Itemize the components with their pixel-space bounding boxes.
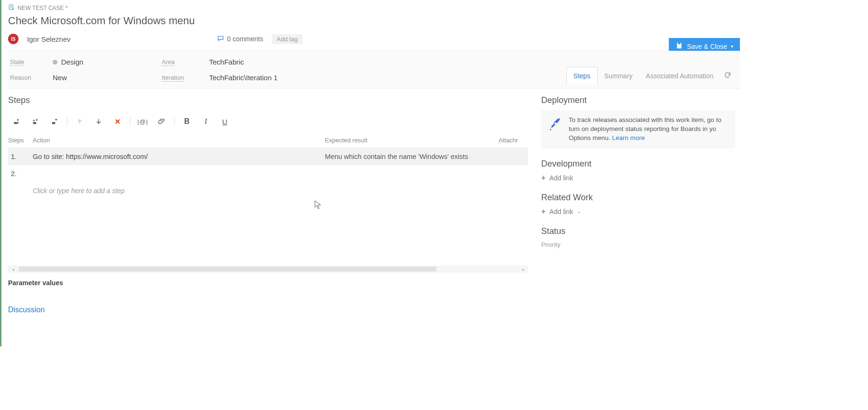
state-label: State [10, 58, 24, 66]
breadcrumb-label: NEW TEST CASE * [18, 5, 68, 11]
discussion-heading[interactable]: Discussion [8, 306, 528, 314]
avatar[interactable]: IS [8, 34, 18, 44]
deployment-heading: Deployment [541, 95, 735, 105]
horizontal-scrollbar[interactable]: ◂ ▸ [8, 266, 528, 272]
cursor-icon [314, 200, 321, 211]
insert-shared-step-icon[interactable] [29, 115, 42, 128]
status-heading: Status [541, 226, 735, 236]
create-shared-steps-icon[interactable] [48, 115, 61, 128]
learn-more-link[interactable]: Learn more [612, 134, 645, 141]
refresh-icon[interactable] [720, 67, 735, 84]
col-action: Action [33, 137, 325, 144]
tab-steps[interactable]: Steps [566, 67, 598, 84]
save-icon [675, 42, 683, 51]
plus-icon: + [541, 207, 545, 216]
bold-icon[interactable]: B [180, 115, 194, 128]
mention-icon[interactable]: |@| [136, 115, 149, 128]
assigned-to[interactable]: Igor Seleznev [27, 35, 71, 43]
steps-table-header: Steps Action Expected result Attachr [8, 133, 528, 148]
plus-icon: + [541, 174, 545, 182]
area-value[interactable]: TechFabric [209, 58, 446, 66]
comment-icon [217, 35, 224, 44]
tab-summary[interactable]: Summary [598, 67, 639, 84]
test-case-icon [8, 4, 15, 12]
work-item-fields: State Design Area TechFabric Reason New … [8, 51, 740, 89]
comments-count[interactable]: 0 comments [217, 35, 263, 44]
deployment-info: To track releases associated with this w… [541, 110, 735, 149]
steps-heading: Steps [8, 95, 528, 105]
add-related-link[interactable]: + Add link ⌄ [541, 207, 735, 216]
tab-associated-automation[interactable]: Associated Automation [639, 67, 720, 84]
reason-value[interactable]: New [53, 74, 162, 82]
related-work-heading: Related Work [541, 193, 735, 203]
add-tag-button[interactable]: Add tag [272, 34, 303, 44]
underline-icon[interactable]: U [218, 115, 231, 128]
col-expected: Expected result [325, 137, 499, 144]
add-step-placeholder[interactable]: Click or type here to add a step [8, 182, 528, 199]
rocket-icon [548, 116, 563, 131]
state-value[interactable]: Design [53, 58, 162, 66]
state-dot-icon [53, 60, 57, 65]
italic-icon[interactable]: I [199, 115, 212, 128]
steps-toolbar: |@| B I U [8, 110, 528, 133]
scroll-thumb[interactable] [19, 267, 436, 271]
area-label: Area [162, 58, 175, 66]
move-up-icon[interactable] [73, 115, 86, 128]
detail-tabs: Steps Summary Associated Automation [566, 67, 735, 84]
reason-label: Reason [10, 74, 53, 81]
development-heading: Development [541, 159, 735, 169]
col-steps: Steps [8, 137, 33, 144]
delete-step-icon[interactable] [111, 115, 124, 128]
iteration-label: Iteration [162, 74, 184, 82]
chevron-down-icon: ⌄ [577, 208, 581, 214]
move-down-icon[interactable] [92, 115, 105, 128]
add-development-link[interactable]: + Add link [541, 174, 735, 182]
col-attach: Attachr [499, 137, 528, 144]
attach-icon[interactable] [155, 115, 168, 128]
insert-step-icon[interactable] [10, 115, 23, 128]
breadcrumb: NEW TEST CASE * [8, 4, 740, 12]
parameter-values-heading: Parameter values [8, 279, 528, 287]
scroll-right-icon[interactable]: ▸ [520, 266, 526, 272]
priority-label: Priority [541, 241, 735, 248]
scroll-left-icon[interactable]: ◂ [9, 266, 16, 272]
iteration-value[interactable]: TechFabric\Iteration 1 [209, 74, 446, 82]
step-row[interactable]: 1. Go to site: https://www.microsoft.com… [8, 148, 528, 165]
chevron-down-icon: ▾ [731, 44, 733, 49]
page-title[interactable]: Check Microsoft.com for Windows menu [8, 15, 740, 27]
step-row[interactable]: 2. [8, 165, 528, 182]
